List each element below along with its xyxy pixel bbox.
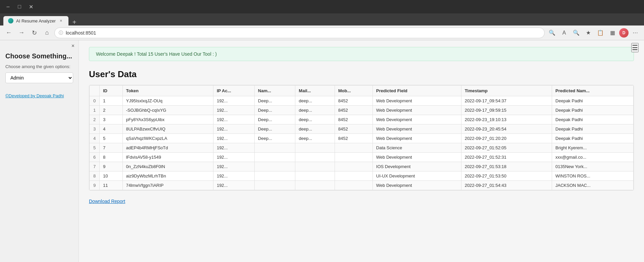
developer-link[interactable]: ©Developed by Deepak Padhi [5,93,73,98]
minimize-button[interactable]: – [3,2,13,11]
back-button[interactable]: ← [3,28,14,38]
table-cell-7-5 [295,162,335,171]
table-cell-8-1: 10 [100,171,123,181]
table-cell-7-8: 2022-09-27_01:53:18 [461,162,552,171]
profile-avatar[interactable]: D [619,28,629,38]
page-title: User's Data [89,69,634,80]
zoom-button[interactable]: 🔍 [571,28,582,38]
table-cell-4-7: Web Development [373,134,461,143]
table-cell-4-2: qSaVhqzIWKCxpzLA [122,134,213,143]
table-cell-0-3: 192... [213,96,254,106]
table-cell-9-1: 11 [100,181,123,190]
table-cell-8-8: 2022-09-27_01:53:50 [461,171,552,181]
table-row: 810aiz9DyWbzMLrhTBn192...UI-UX Developme… [90,171,634,181]
url-text: localhost:8501 [66,30,96,36]
table-cell-0-2: YJ95IsxlxqJZ-OUq [122,96,213,106]
role-select[interactable]: Admin User [5,72,73,83]
forward-button[interactable]: → [16,28,27,38]
table-row: 23pFy8YAx3S6ypUibx192...Deep...deep...84… [90,115,634,124]
users-data-table: ID Token IP Ac... Nam... Mail... Mob... … [89,85,634,190]
table-cell-9-0: 9 [90,181,100,190]
favorites-button[interactable]: ★ [583,28,594,38]
split-screen-button[interactable]: ▦ [607,28,618,38]
table-cell-2-9: Deepak Padhi [552,115,634,124]
table-cell-0-4: Deep... [254,96,295,106]
table-cell-6-5 [295,153,335,162]
table-cell-6-3: 192... [213,153,254,162]
table-row: 348ULPABzwxCffvUIQ192...Deep...deep...84… [90,124,634,134]
table-cell-1-6: 8452 [335,106,373,115]
table-cell-0-0: 0 [90,96,100,106]
tab-bar: AI Resume Analyzer × + [0,13,644,25]
col-index [90,86,100,96]
new-tab-button[interactable]: + [70,19,79,25]
welcome-message: Welcome Deepak ! Total 15 User's Have Us… [96,51,217,57]
table-cell-6-2: lFdvisAV58-y1549 [122,153,213,162]
table-cell-7-1: 9 [100,162,123,171]
table-cell-3-4: Deep... [254,124,295,134]
table-cell-3-6: 8452 [335,124,373,134]
table-cell-2-6: 8452 [335,115,373,124]
table-cell-8-7: UI-UX Development [373,171,461,181]
maximize-button[interactable]: □ [15,2,24,11]
table-cell-9-5 [295,181,335,190]
active-tab[interactable]: AI Resume Analyzer × [3,16,68,25]
table-cell-3-1: 4 [100,124,123,134]
tab-close-button[interactable]: × [58,18,64,23]
table-cell-1-1: 2 [100,106,123,115]
table-cell-1-5: deep... [295,106,335,115]
sidebar-close-button[interactable]: × [71,43,75,49]
table-cell-8-4 [254,171,295,181]
collections-button[interactable]: 📋 [595,28,606,38]
table-cell-3-7: Web Development [373,124,461,134]
table-cell-7-9: 0135New York... [552,162,634,171]
table-cell-2-3: 192... [213,115,254,124]
col-ip: IP Ac... [213,86,254,96]
browser-toolbar-icons: 🔍 A 🔍 ★ 📋 ▦ D ⋯ [547,28,641,38]
table-cell-5-5 [295,143,335,153]
table-cell-1-9: Deepak Padhi [552,106,634,115]
table-cell-9-9: JACKSON MAC... [552,181,634,190]
reload-button[interactable]: ↻ [29,28,40,38]
download-report-link[interactable]: Download Report [89,199,125,204]
table-row: 68lFdvisAV58-y1549192...Web Development2… [90,153,634,162]
table-cell-1-0: 1 [90,106,100,115]
table-cell-3-9: Deepak Padhi [552,124,634,134]
table-row: 12-SOJBGhbQ-cqIxYG192...Deep...deep...84… [90,106,634,115]
table-cell-9-4 [254,181,295,190]
table-cell-6-8: 2022-09-27_01:52:31 [461,153,552,162]
table-cell-1-4: Deep... [254,106,295,115]
hamburger-menu-button[interactable]: ☰ [631,43,639,52]
more-options-button[interactable]: ⋯ [630,28,641,38]
table-cell-4-6: 8452 [335,134,373,143]
table-cell-6-7: Web Development [373,153,461,162]
table-cell-5-6 [335,143,373,153]
read-aloud-button[interactable]: A [559,28,569,38]
table-cell-8-9: WINSTON ROS... [552,171,634,181]
tab-favicon [8,18,13,23]
search-button[interactable]: 🔍 [547,28,557,38]
table-cell-7-0: 7 [90,162,100,171]
table-cell-3-0: 3 [90,124,100,134]
table-cell-0-5: deep... [295,96,335,106]
table-cell-8-2: aiz9DyWbzMLrhTBn [122,171,213,181]
window-controls: – □ ✕ [3,2,36,11]
close-window-button[interactable]: ✕ [26,2,36,11]
col-timestamp: Timestamp [461,86,552,96]
url-field[interactable]: ⓘ localhost:8501 [54,28,545,38]
table-cell-4-4: Deep... [254,134,295,143]
table-cell-4-0: 4 [90,134,100,143]
table-cell-7-6 [335,162,373,171]
table-cell-7-2: 0n_ZzN4kuZb8F0lN [122,162,213,171]
table-cell-5-0: 5 [90,143,100,153]
main-content: ☰ Welcome Deepak ! Total 15 User's Have … [79,40,644,262]
browser-chrome: – □ ✕ [0,0,644,13]
table-cell-0-9: Deepak Padhi [552,96,634,106]
table-cell-2-4: Deep... [254,115,295,124]
home-button[interactable]: ⌂ [42,28,52,38]
table-cell-1-3: 192... [213,106,254,115]
table-cell-4-5: deep... [295,134,335,143]
table-cell-9-6 [335,181,373,190]
col-name: Nam... [254,86,295,96]
table-cell-8-0: 8 [90,171,100,181]
